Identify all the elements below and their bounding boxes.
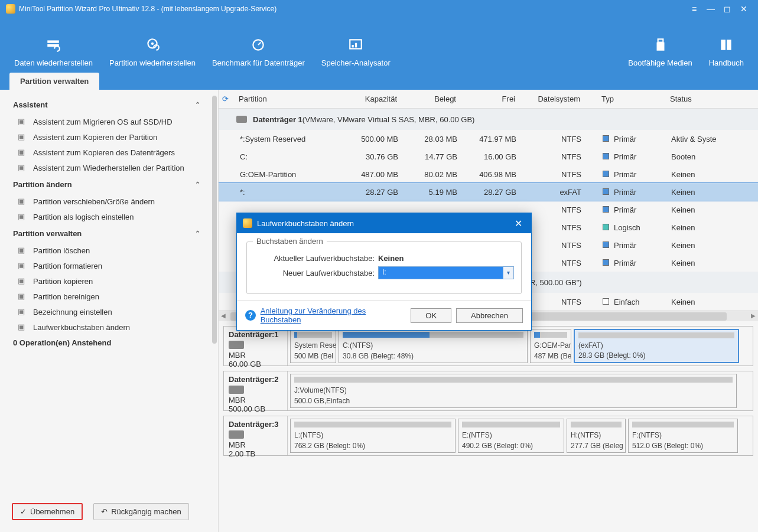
partition-box[interactable]: (exFAT)28.3 GB (Belegt: 0%) [574,329,739,363]
maximize-button[interactable]: ◻ [719,4,736,14]
col-partition[interactable]: Partition [235,94,336,103]
help-icon[interactable]: ? [245,310,256,321]
sidebar-item[interactable]: ▣Assistent zum Wiederherstellen der Part… [7,160,218,175]
col-type[interactable]: Typ [584,94,666,103]
sidebar-item[interactable]: ▣Partition formatieren [7,258,218,273]
minimize-button[interactable]: — [702,4,719,14]
close-button[interactable]: ✕ [736,4,752,14]
bootable-media-button[interactable]: Bootfähige Medien [628,37,692,67]
partition-row[interactable]: *:28.27 GB5.19 MB28.27 GBexFATPrimärKein… [219,183,758,201]
sidebar: Assistent⌃ ▣Assistent zum Migrieren OS a… [0,90,219,532]
sidebar-item[interactable]: ▣Laufwerkbuchstaben ändern [7,319,218,335]
benchmark-icon [251,37,266,53]
partition-box[interactable]: E:(NTFS)490.2 GB (Belegt: 0%) [458,419,564,453]
manual-button[interactable]: Handbuch [709,37,744,67]
sidebar-item[interactable]: ▣Partition löschen [7,243,218,258]
sidebar-item-label: Assistent zum Wiederherstellen der Parti… [33,164,184,172]
action-icon: ▣ [18,163,27,172]
scroll-right-icon[interactable]: ▶ [751,312,756,319]
main-toolbar: Daten wiederherstellen Partition wiederh… [0,18,758,72]
partition-row[interactable]: *:System Reserved500.00 MB28.03 MB471.97… [219,130,758,148]
sidebar-item-label: Partition verschieben/Größe ändern [33,197,155,206]
col-free[interactable]: Frei [460,94,519,103]
sidebar-item-label: Partition als logisch einstellen [33,213,134,221]
partition-table-header: ⟳ Partition Kapazität Belegt Frei Dateis… [219,90,758,109]
partition-row[interactable]: G:OEM-Partition487.00 MB80.02 MB406.98 M… [219,165,758,183]
action-icon: ▣ [18,132,27,142]
analyzer-button[interactable]: Speicher-Analysator [321,37,391,67]
disk-map: Datenträger:1MBR60.00 GBSystem Rese500 M… [223,326,753,366]
benchmark-button[interactable]: Benchmark für Datenträger [212,37,305,67]
new-letter-label: Neuer Laufwerkbuchstabe: [254,269,378,278]
action-icon: ▣ [18,212,27,221]
apply-button[interactable]: ✓Übernehmen [12,503,83,520]
partition-box[interactable]: L:(NTFS)768.2 GB (Belegt: 0%) [290,419,456,453]
action-icon: ▣ [18,276,27,286]
sidebar-item[interactable]: ▣Partition kopieren [7,273,218,289]
svg-rect-7 [355,43,357,48]
new-letter-dropdown[interactable]: I: ▾ [378,266,514,279]
partition-box[interactable]: System Rese500 MB (Bel [290,329,336,363]
action-icon: ▣ [18,307,27,316]
refresh-icon[interactable]: ⟳ [222,94,235,103]
data-recovery-button[interactable]: Daten wiederherstellen [14,37,93,67]
app-icon [6,4,15,14]
dialog-titlebar: Laufwerkbuchstaben ändern ✕ [237,213,531,233]
partition-box[interactable]: F:(NTFS)512.0 GB (Belegt: 0%) [628,419,738,453]
partition-row[interactable]: C:30.76 GB14.77 GB16.00 GBNTFSPrimärBoot… [219,148,758,165]
sidebar-item-label: Laufwerkbuchstaben ändern [33,323,130,332]
sidebar-item[interactable]: ▣Partition als logisch einstellen [7,209,218,224]
sidebar-item[interactable]: ▣Bezeichnung einstellen [7,304,218,319]
partition-recovery-button[interactable]: Partition wiederherstellen [109,37,196,67]
partition-box[interactable]: C:(NTFS)30.8 GB (Belegt: 48%) [339,329,528,363]
chevron-down-icon[interactable]: ▾ [503,267,513,279]
menu-icon[interactable]: ≡ [686,4,702,14]
tab-partition-manage[interactable]: Partition verwalten [9,73,99,90]
svg-rect-6 [352,45,354,47]
type-color-icon [603,224,609,230]
disk-icon [229,341,244,349]
partition-box[interactable]: J:Volume(NTFS)500.0 GB,Einfach [290,374,737,408]
tab-bar: Partition verwalten [0,72,758,90]
sidebar-scrollbar[interactable] [212,96,217,344]
disk-map-info: Datenträger:1MBR60.00 GB [224,327,288,365]
col-capacity[interactable]: Kapazität [336,94,401,103]
col-filesystem[interactable]: Dateisystem [519,94,584,103]
section-manage-partition[interactable]: Partition verwalten⌃ [7,224,218,243]
col-status[interactable]: Status [666,94,726,103]
sidebar-item[interactable]: ▣Assistent zum Kopieren des Datenträgers [7,145,218,160]
sidebar-item[interactable]: ▣Assistent zum Migrieren OS auf SSD/HD [7,114,218,129]
section-change-partition[interactable]: Partition ändern⌃ [7,175,218,194]
section-assistant[interactable]: Assistent⌃ [7,96,218,114]
type-color-icon [603,206,609,213]
partition-box[interactable]: G:OEM-Part487 MB (Bel [530,329,571,363]
type-color-icon [603,241,609,248]
action-icon: ▣ [18,322,27,332]
scroll-left-icon[interactable]: ◀ [221,312,226,319]
cancel-button[interactable]: Abbrechen [456,308,523,323]
svg-rect-0 [48,40,60,43]
sidebar-item[interactable]: ▣Partition bereinigen [7,289,218,304]
help-link[interactable]: Anleitung zur Veränderung des Buchstaben [261,306,406,324]
current-letter-value: Keinen [378,254,404,263]
type-color-icon [603,153,609,159]
undo-button[interactable]: ↶Rückgängig machen [93,503,189,520]
disk-icon [229,430,244,439]
sidebar-item-label: Assistent zum Kopieren des Datenträgers [33,148,175,157]
analyzer-icon [348,37,363,53]
type-color-icon [603,135,609,142]
disk-maps: Datenträger:1MBR60.00 GBSystem Rese500 M… [219,321,758,465]
disk-1-header[interactable]: Datenträger 1 (VMware, VMware Virtual S … [219,109,758,130]
dialog-close-button[interactable]: ✕ [511,218,525,229]
col-used[interactable]: Belegt [401,94,460,103]
svg-rect-8 [658,39,663,42]
ok-button[interactable]: OK [411,308,451,323]
window-title: MiniTool Partition Wizard Pro Ultimativ … [19,5,276,13]
fieldset-legend: Buchstaben ändern [253,237,327,246]
sidebar-item[interactable]: ▣Assistent zum Kopieren der Partition [7,129,218,145]
sidebar-item[interactable]: ▣Partition verschieben/Größe ändern [7,194,218,209]
disk-icon [236,116,247,123]
sidebar-item-label: Bezeichnung einstellen [33,308,112,316]
partition-box[interactable]: H:(NTFS)277.7 GB (Beleg [567,419,626,453]
chevron-up-icon: ⌃ [195,181,200,188]
